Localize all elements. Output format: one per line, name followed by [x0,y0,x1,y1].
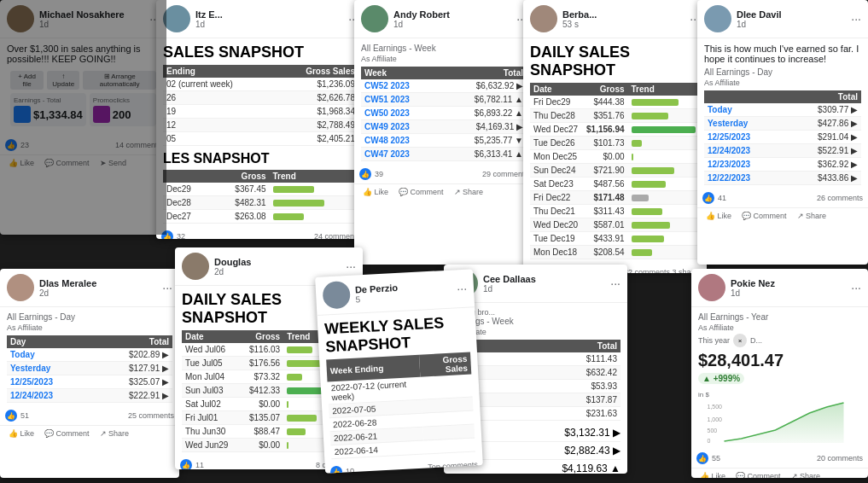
comment-btn-andy[interactable]: 💬 Comment [395,187,447,197]
avatar-dlas [7,274,34,301]
value-cell: $222.91 ▶ [92,389,172,403]
table-row: CW52 2023$6,632.92 ▶ [361,79,527,93]
table-row: CW49 2023$4,169.31 ▶ [361,120,527,134]
value-cell: $487.56 [582,177,627,191]
table-row: Fri Dec22$171.48 [530,191,700,205]
post-dots-cee[interactable]: ··· [610,276,620,290]
promo-card-label: Promoclicks [93,96,153,104]
chart-label-pokie: in $ [698,391,861,399]
trend-bar [632,249,652,256]
share-btn-pokie[interactable]: ↗ Share [788,471,824,478]
day-label: Yesterday [10,364,50,373]
value-cell: $111.43 [520,352,620,366]
post-dots-deperzio[interactable]: ··· [457,282,467,296]
earnings-sublabel-andy: As Affiliate [361,55,527,63]
date-cell: Tue Jul05 [182,357,240,370]
add-file-btn[interactable]: + Add file [10,71,44,90]
post-time-michael: 1d [39,20,144,29]
trend-cell [628,150,700,164]
post-meta-douglas: Douglas 2d [214,257,341,276]
trend-cell [628,177,700,191]
likes-bar-itz: 👍 32 24 comments [156,229,365,239]
table-row: Dec28 $482.31 [163,196,358,210]
trend-bar [632,154,633,160]
post-name-michael: Michael Nosakhere [39,9,144,20]
th-total-cee: Total [520,340,620,352]
post-meta-pokie: Pokie Nez 1d [731,278,846,298]
date-cell: Dec27 [163,210,212,224]
svg-text:500: 500 [708,428,718,434]
arrange-btn[interactable]: ⊞ Arrange automatically [83,71,156,90]
week-cell: 05 [163,132,274,146]
d-label-pokie: D... [750,336,762,345]
like-icon-dlas: 👍 [5,410,17,422]
trend-bar [287,415,317,422]
trend-cell [628,96,700,109]
value-cell: $291.04 ▶ [785,131,861,144]
value-cell: $362.92 ▶ [785,158,861,172]
like-icon-deperzio: 👍 [330,466,343,474]
avatar-dlee [704,5,731,32]
post-footer-dlas: 👍 Like 💬 Comment ↗ Share [0,425,179,441]
share-btn-dlee[interactable]: ↗ Share [794,211,830,221]
post-name-douglas: Douglas [214,257,341,267]
avatar-douglas [182,253,209,280]
comment-btn-dlas[interactable]: 💬 Comment [41,428,93,439]
table-row: 12/24/2023$222.91 ▶ [7,389,172,403]
update-btn[interactable]: ↑ Update [47,71,79,90]
trend-cell [628,164,700,177]
like-btn-pokie[interactable]: 👍 Like [696,471,729,478]
date-cell: Mon Dec25 [530,150,582,164]
table-row: 12/24/2023$522.91 ▶ [704,144,861,158]
table-row: Thu Dec28$351.76 [530,109,700,123]
comment-btn-michael[interactable]: 💬 Comment [41,158,93,168]
day-label: 12/24/2023 [708,146,750,155]
send-btn-michael[interactable]: ➤ Send [96,158,131,168]
post-content-andy: All Earnings - Week As Affiliate WeekTot… [354,38,533,166]
like-btn-michael[interactable]: 👍 Like [5,158,38,168]
table-row: Mon Dec18$208.54 [530,246,700,259]
post-dots-douglas[interactable]: ··· [346,259,356,273]
table-row: CW48 2023$5,235.77 ▼ [361,134,527,148]
likes-count-pokie: 55 [712,454,720,463]
coming-bro-text: coming bro... [451,308,620,317]
value-cell: $73.32 [240,370,283,384]
value-cell [423,438,475,454]
value-cell: $721.90 [582,164,627,177]
week-label: CW51 2023 [364,95,410,104]
post-name-cee: Cee Dallaas [483,274,605,284]
earnings-table-andy: WeekTotal CW52 2023$6,632.92 ▶ CW51 2023… [361,67,527,161]
post-header-berba: Berba... 53 s ··· [523,0,707,38]
post-header-michael: Michael Nosakhere 1d ··· [0,0,166,38]
value-cell [420,375,472,400]
likes-count-deperzio: 10 [346,467,355,474]
like-btn-dlas[interactable]: 👍 Like [5,428,38,439]
share-btn-andy[interactable]: ↗ Share [451,187,487,197]
day-label: 12/24/2023 [10,391,53,400]
like-btn-andy[interactable]: 👍 Like [359,187,392,197]
growth-badge-pokie: ▲ +999% [698,373,744,384]
table-row: CW47 2023$6,313.41 ▲ [361,148,527,161]
value-cell: $171.48 [582,191,627,205]
share-btn-dlas[interactable]: ↗ Share [96,428,133,439]
value-cell: $202.89 ▶ [92,348,172,362]
earnings-label-dlas: All Earnings - Day [7,312,172,322]
post-dots-pokie[interactable]: ··· [851,281,861,294]
value-cell: $5,235.77 ▼ [441,134,527,148]
post-meta-deperzio: De Perzio 5 [355,279,452,304]
comment-btn-pokie[interactable]: 💬 Comment [732,471,784,478]
comment-btn-dlee[interactable]: 💬 Comment [738,211,790,221]
like-btn-dlee[interactable]: 👍 Like [702,211,735,221]
snapshot-title-deperzio: WEEKLY SALES SNAPSHOT [324,313,470,357]
date-cell: Mon Jul04 [182,370,240,384]
day-label: Yesterday [708,119,748,128]
post-header-andy: Andy Robert 1d ··· [354,0,533,38]
post-dlee: Dlee Davil 1d ··· This is how much I've … [697,0,868,265]
value-cell: $208.54 [582,246,627,259]
table-row: 12/23/2023$362.92 ▶ [704,158,861,172]
post-dots-dlas[interactable]: ··· [162,281,172,294]
post-dots-dlee[interactable]: ··· [851,12,861,26]
dashboard-michael: + Add file ↑ Update ⊞ Arrange automatica… [7,67,160,132]
value-cell: $6,313.41 ▲ [441,148,527,161]
date-cell: Wed Dec20 [530,218,582,232]
